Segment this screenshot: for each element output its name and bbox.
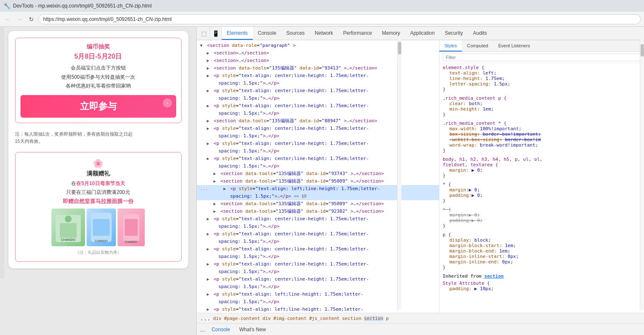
tree-line-0[interactable]: ▼ <section data-role="paragraph" > [197,42,439,49]
tree-line-7[interactable]: ▶ <section data-tools="135编辑器" data-id="… [197,117,439,125]
tree-toggle[interactable]: ▶ [207,291,211,298]
tree-line-6[interactable]: ▶ <p style="text-align: center;line-heig… [197,102,439,110]
tree-toggle[interactable]: ▶ [207,118,211,124]
tab-security[interactable]: Security [440,27,468,40]
tree-toggle[interactable]: ▶ [207,261,211,268]
tree-line-4[interactable]: ▶ <p style="text-align: center;line-heig… [197,72,439,80]
tree-line-1[interactable]: ▶ <section>…</section> [197,49,439,57]
tab-computed[interactable]: Computed [462,40,493,52]
tree-toggle[interactable]: ▶ [207,216,211,222]
tab-event-listeners[interactable]: Event Listeners [493,40,535,52]
tab-sources[interactable]: Sources [281,27,310,40]
tree-toggle[interactable]: ▶ [213,178,218,185]
tree-toggle[interactable]: ▶ [207,72,211,79]
styles-scrollbar[interactable] [640,40,644,310]
tree-line-5b: spacing: 1.5px;">…</p> [197,95,439,102]
tree-line-2[interactable]: ▶ <section>…</section> [197,57,439,64]
promo-join-button[interactable]: 立即参与 ♪ [21,95,176,118]
styles-filter [439,52,644,63]
tree-toggle[interactable]: ▶ [213,201,218,207]
tree-toggle[interactable]: ▶ [207,231,211,237]
browser-icon: 🔧 [3,3,10,9]
tree-line-12[interactable]: ▶ <section data-tools="135编辑器" data-id="… [197,178,439,185]
tab-styles[interactable]: Styles [439,40,462,52]
tab-performance[interactable]: Performance [338,27,377,40]
tree-line-10b: spacing: 1.5px;">…</p> [197,162,439,170]
breadcrumb-div-2[interactable]: div [262,316,271,321]
tree-line-3[interactable]: ▶ <section data-tools="135编辑器" data-id="… [197,64,439,72]
tree-toggle[interactable]: ▶ [207,155,211,162]
tree-toggle[interactable]: ▶ [207,57,211,64]
tree-line-18[interactable]: ▶ <p style="text-align: center;line-heig… [197,260,439,268]
tree-toggle-selected[interactable]: ▶ [223,186,228,192]
css-block-star-1: * { margin:▶ 0; padding:▶ 0; } [443,182,641,204]
breadcrumb-dots[interactable]: ... [200,315,210,322]
breadcrumb-img-content[interactable]: #img-content [273,316,306,321]
elements-tree[interactable]: ▼ <section data-role="paragraph" > ▶ <se… [197,40,439,313]
tree-line-17[interactable]: ▶ <p style="text-align: center;line-heig… [197,245,439,253]
address-bar[interactable]: https://mp.weixin.qq.com/tmpl/0_5092651-… [38,14,641,24]
tab-network[interactable]: Network [310,27,338,40]
tree-toggle[interactable]: ▶ [207,50,211,57]
bottom-tab-console[interactable]: Console [208,325,234,334]
breadcrumb-page-content[interactable]: #page-content [224,316,260,321]
inherited-from-link[interactable]: section [484,273,503,279]
tree-line-4b[interactable]: spacing: 1.5px;">…</p> [197,80,439,87]
tree-line-15[interactable]: ▶ <p style="text-align: center;line-heig… [197,215,439,223]
tab-audits[interactable]: Audits [468,27,492,40]
tree-line-17b: spacing: 1.5px;">…</p> [197,253,439,260]
tree-line-8[interactable]: ▶ <p style="text-align: center;line-heig… [197,125,439,132]
device-toggle-button[interactable]: 📱 [210,27,222,40]
tree-toggle[interactable]: ▶ [207,88,211,94]
tree-toggle[interactable]: ▶ [207,65,211,72]
reload-button[interactable]: ↻ [27,15,36,24]
css-prop-margin-inline-start: margin-inline-start: 0px; [443,254,641,259]
browser-title: DevTools - mp.weixin.qq.com/tmpl/0_50926… [13,3,151,9]
card2-condition: 只要在三福门店消费满200元 [21,189,175,196]
tree-toggle[interactable]: ▶ [213,208,218,215]
tree-line-selected[interactable]: ... ▶ <p style="text-align: left;line-he… [197,185,439,193]
tree-line-13[interactable]: ▶ <section data-tools="135编辑器" data-id="… [197,200,439,208]
browser-window: 🔧 DevTools - mp.weixin.qq.com/tmpl/0_509… [0,0,644,335]
css-block-star-2: * { margin:▶ 0; padding:▶ 0; } [443,207,641,229]
tab-console[interactable]: Console [253,27,281,40]
filter-input[interactable] [443,54,641,61]
breadcrumb-js-content[interactable]: #js_content [309,316,340,321]
bottom-tab-whats-new[interactable]: What's New [235,325,270,334]
tree-toggle[interactable]: ▶ [207,246,211,253]
tree-line-5[interactable]: ▶ <p style="text-align: center;line-heig… [197,87,439,95]
breadcrumb-p[interactable]: p [386,316,389,321]
css-prop-margin-inline-end: margin-inline-end: 0px; [443,259,641,265]
tree-toggle[interactable]: ▶ [207,140,211,147]
tab-application[interactable]: Application [405,27,440,40]
css-prop-style-attr-padding: padding: ▶ 10px; [443,286,641,291]
breadcrumb-section-2[interactable]: section [364,316,383,321]
tab-elements[interactable]: Elements [222,27,253,40]
css-block-body: body, h1, h2, h3, h4, h5, p, ul, ol, fie… [443,157,641,178]
back-button[interactable]: ← [3,15,13,24]
tree-toggle[interactable]: ▶ [207,306,211,313]
tree-line-21[interactable]: ▶ <p style="text-align: left;line-height… [197,306,439,313]
breadcrumb-div-1[interactable]: div [213,316,221,321]
svg-rect-8 [125,219,138,236]
tree-toggle[interactable]: ▶ [207,103,211,109]
tree-toggle[interactable]: ▼ [200,42,204,49]
tree-scrollbar[interactable] [397,40,401,310]
nav-bar: ← → ↻ https://mp.weixin.qq.com/tmpl/0_50… [0,12,644,27]
styles-scroll-thumb [641,44,644,57]
inspect-element-button[interactable]: ⬚ [198,27,210,40]
tree-line-11[interactable]: ▶ <section data-tools="135编辑器" data-id="… [197,170,439,178]
tree-toggle[interactable]: ▶ [207,276,211,283]
tree-line-9[interactable]: ▶ <p style="text-align: center;line-heig… [197,140,439,147]
devtools-body: ▼ <section data-role="paragraph" > ▶ <se… [197,40,644,313]
tree-line-20[interactable]: ▶ <p style="text-align: left;line-height… [197,291,439,298]
forward-button[interactable]: → [15,15,24,24]
tree-toggle[interactable]: ▶ [207,125,211,132]
bottom-dots[interactable]: ... [200,326,205,333]
tree-line-14[interactable]: ▶ <section data-tools="135编辑器" data-id="… [197,208,439,215]
tree-line-16[interactable]: ▶ <p style="text-align: center;line-heig… [197,230,439,238]
tree-toggle[interactable]: ▶ [213,170,218,177]
breadcrumb-section-1[interactable]: section [342,316,361,321]
tree-line-10[interactable]: ▶ <p style="text-align: center;line-heig… [197,155,439,162]
tree-line-19[interactable]: ▶ <p style="text-align: center;line-heig… [197,276,439,283]
